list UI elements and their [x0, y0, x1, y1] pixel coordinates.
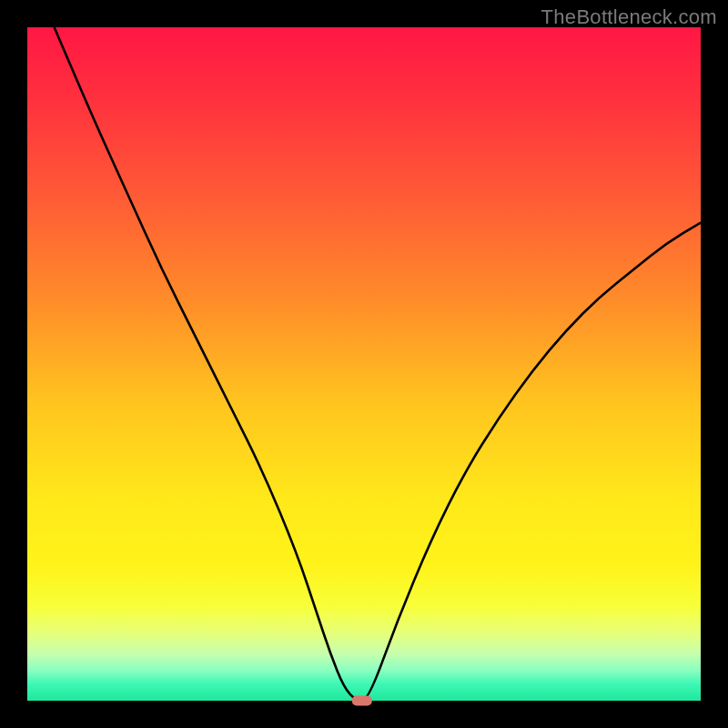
bottleneck-chart [0, 0, 728, 728]
optimal-marker [352, 696, 372, 706]
chart-container: TheBottleneck.com [0, 0, 728, 728]
plot-background [27, 27, 701, 701]
watermark-label: TheBottleneck.com [541, 5, 717, 29]
